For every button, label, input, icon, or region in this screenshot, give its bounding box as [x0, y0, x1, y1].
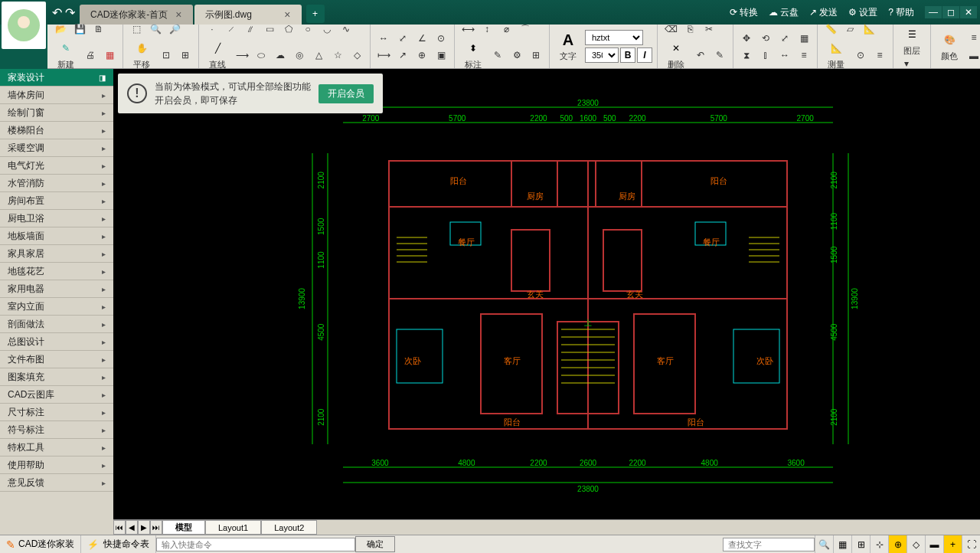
text-button[interactable]: A 文字	[554, 29, 582, 64]
undo-icon[interactable]: ↶	[52, 5, 62, 20]
distance-icon[interactable]: 📏	[822, 21, 839, 38]
list-icon[interactable]: ≡	[871, 47, 888, 64]
layout-tab-2[interactable]: Layout2	[261, 520, 317, 535]
sidebar-item-14[interactable]: 剖面做法▸	[0, 316, 113, 333]
rectangle-icon[interactable]: ▭	[261, 21, 278, 38]
shortcut-table-button[interactable]: 快捷命令表	[103, 538, 149, 551]
multiline-icon[interactable]: ⫽	[242, 21, 259, 38]
lweight-icon[interactable]: ▬	[925, 535, 943, 553]
sidebar-item-19[interactable]: 尺寸标注▸	[0, 404, 113, 421]
layout-next-icon[interactable]: ▶	[138, 520, 150, 535]
sidebar-item-22[interactable]: 使用帮助▸	[0, 456, 113, 474]
cloud-link[interactable]: ☁云盘	[769, 6, 799, 19]
dim-horizontal-icon[interactable]: ⟷	[459, 21, 476, 38]
layer-button[interactable]: ☰ 图层	[898, 24, 926, 58]
sidebar-item-11[interactable]: 地毯花艺▸	[0, 263, 113, 280]
array-icon[interactable]: ▦	[795, 30, 812, 47]
align-icon[interactable]: ≡	[795, 47, 812, 64]
lineweight-icon[interactable]: ▬	[965, 47, 980, 64]
rotate-icon[interactable]: ⟲	[757, 30, 774, 47]
minimize-button[interactable]: —	[925, 6, 942, 18]
donut-icon[interactable]: ◎	[291, 47, 308, 64]
sidebar-item-10[interactable]: 家具家居▸	[0, 245, 113, 263]
dim-vertical-icon[interactable]: ↕	[479, 21, 495, 38]
ortho-icon[interactable]: ⊹	[870, 535, 888, 553]
delete-button[interactable]: ✕ 删除	[662, 38, 690, 72]
layer-dropdown-icon[interactable]: ▾	[898, 58, 915, 69]
polygon-icon[interactable]: ⬠	[280, 21, 297, 38]
undo-tool-icon[interactable]: ↶	[692, 47, 709, 64]
redo-icon[interactable]: ↷	[65, 5, 75, 20]
select-icon[interactable]: ⬚	[128, 21, 145, 38]
sidebar-item-15[interactable]: 总图设计▸	[0, 333, 113, 351]
brush-icon[interactable]: ✎	[711, 47, 728, 64]
saveas-icon[interactable]: 🗎	[90, 21, 107, 38]
help-link[interactable]: ?帮助	[888, 6, 914, 19]
mirror-icon[interactable]: ⧗	[738, 47, 755, 64]
dim-linear-icon[interactable]: ↔	[375, 30, 392, 47]
layout-last-icon[interactable]: ⏭	[150, 520, 162, 535]
zoom-extents-icon[interactable]: ⊡	[158, 47, 175, 64]
font-size-select[interactable]: 350	[585, 47, 619, 63]
sidebar-item-9[interactable]: 地板墙面▸	[0, 227, 113, 245]
circle-icon[interactable]: ○	[299, 21, 316, 38]
grid-icon[interactable]: ▦	[833, 535, 851, 553]
dim-settings-icon[interactable]: ⊞	[528, 47, 544, 64]
close-icon[interactable]: ×	[284, 8, 290, 21]
settings-link[interactable]: ⚙设置	[848, 6, 877, 19]
dim-angular-icon[interactable]: ∠	[413, 30, 430, 47]
move-icon[interactable]: ✥	[738, 30, 755, 47]
sidebar-item-16[interactable]: 文件布图▸	[0, 351, 113, 368]
italic-button[interactable]: I	[637, 47, 652, 63]
sidebar-item-12[interactable]: 家用电器▸	[0, 280, 113, 298]
snap-icon[interactable]: ⊞	[851, 535, 870, 553]
centerline-icon[interactable]: ⊕	[413, 47, 430, 64]
search-icon[interactable]: 🔍	[815, 535, 833, 553]
export-pdf-icon[interactable]: ▦	[101, 47, 118, 64]
arc-icon[interactable]: ◡	[318, 21, 335, 38]
id-point-icon[interactable]: ⊙	[852, 47, 869, 64]
sidebar-item-23[interactable]: 意见反馈▸	[0, 474, 113, 492]
spline-icon[interactable]: ∿	[338, 21, 354, 38]
sidebar-item-1[interactable]: 墙体房间▸	[0, 87, 113, 104]
sidebar-item-0[interactable]: 家装设计◨	[0, 69, 113, 87]
linetype-icon[interactable]: ≡	[965, 29, 980, 46]
sidebar-item-5[interactable]: 电气灯光▸	[0, 157, 113, 175]
star-icon[interactable]: ☆	[329, 47, 346, 64]
sidebar-item-2[interactable]: 绘制门窗▸	[0, 104, 113, 122]
sidebar-item-13[interactable]: 室内立面▸	[0, 298, 113, 316]
dim-arc-icon[interactable]: ⌒	[517, 21, 534, 38]
convert-link[interactable]: ⟳转换	[730, 6, 758, 19]
copy-icon[interactable]: ⎘	[681, 21, 698, 38]
scale-icon[interactable]: ⤢	[776, 30, 793, 47]
dim-diameter-icon[interactable]: ⌀	[498, 21, 514, 38]
sidebar-item-20[interactable]: 符号标注▸	[0, 421, 113, 439]
dim-edit-icon[interactable]: ✎	[489, 47, 506, 64]
close-icon[interactable]: ×	[175, 8, 181, 21]
dim-radius-icon[interactable]: ⊙	[433, 30, 449, 47]
triangle-icon[interactable]: △	[310, 47, 327, 64]
close-button[interactable]: ✕	[960, 6, 977, 18]
sidebar-item-4[interactable]: 采暖空调▸	[0, 139, 113, 157]
command-input[interactable]	[156, 538, 355, 551]
area-icon[interactable]: ▱	[841, 21, 858, 38]
leader-icon[interactable]: ↗	[394, 47, 411, 64]
dim-style-icon[interactable]: ⚙	[508, 47, 525, 64]
sidebar-item-17[interactable]: 图案填充▸	[0, 368, 113, 386]
annotate-button[interactable]: ⬍ 标注	[459, 38, 487, 72]
zoom-window-icon[interactable]: ⊞	[177, 47, 194, 64]
layout-tab-model[interactable]: 模型	[162, 520, 205, 535]
sidebar-item-7[interactable]: 房间布置▸	[0, 192, 113, 210]
layout-prev-icon[interactable]: ◀	[126, 520, 138, 535]
dim-aligned-icon[interactable]: ⤢	[394, 30, 411, 47]
polar-icon[interactable]: ⊕	[888, 535, 906, 553]
pan-button[interactable]: ✋ 平移	[128, 38, 155, 72]
shape-icon[interactable]: ◇	[348, 47, 365, 64]
confirm-button[interactable]: 确定	[355, 536, 395, 552]
label-icon[interactable]: ▣	[433, 47, 449, 64]
angle-icon[interactable]: 📐	[861, 21, 877, 38]
dyn-icon[interactable]: +	[943, 535, 962, 553]
zoom-in-icon[interactable]: 🔍	[147, 21, 164, 38]
enable-vip-button[interactable]: 开启会员	[318, 84, 374, 103]
save-icon[interactable]: 💾	[71, 21, 88, 38]
